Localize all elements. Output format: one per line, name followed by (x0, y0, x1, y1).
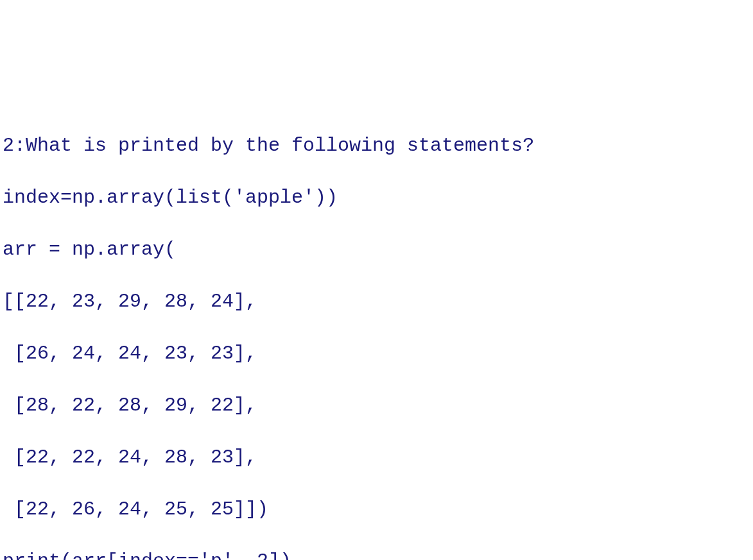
q2-line-5: [28, 22, 28, 29, 22], (3, 393, 750, 419)
q2-line-4: [26, 24, 24, 23, 23], (3, 341, 750, 367)
q2-line-1: index=np.array(list('apple')) (3, 185, 750, 211)
q2-line-0: 2:What is printed by the following state… (3, 133, 750, 159)
q2-line-3: [[22, 23, 29, 28, 24], (3, 289, 750, 315)
q2-line-2: arr = np.array( (3, 237, 750, 263)
question-2-block: 2:What is printed by the following state… (3, 106, 750, 560)
q2-line-6: [22, 22, 24, 28, 23], (3, 445, 750, 471)
q2-line-7: [22, 26, 24, 25, 25]]) (3, 496, 750, 523)
q2-line-8: print(arr[index=='p', 2]) (3, 548, 750, 561)
